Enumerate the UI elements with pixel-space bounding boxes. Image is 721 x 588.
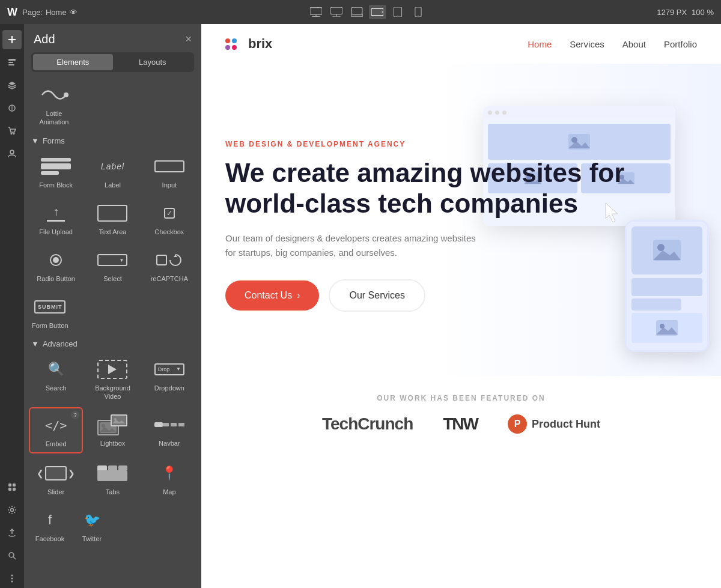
twitter-label: Twitter	[82, 535, 102, 543]
element-navbar[interactable]: Navbar	[142, 407, 196, 453]
element-radio-button[interactable]: Radio Button	[29, 243, 83, 287]
contact-us-button[interactable]: Contact Us ›	[225, 280, 319, 311]
element-recaptcha[interactable]: reCAPTCHA	[142, 243, 196, 287]
add-panel-content: Lottie Animation ▼ Forms	[24, 78, 201, 588]
device-desktop-xl[interactable]	[308, 5, 324, 19]
advanced-section-header[interactable]: ▼ Advanced	[29, 335, 196, 352]
page-label: Page:	[22, 8, 43, 17]
tnw-logo-text: TNW	[443, 414, 478, 434]
svg-point-28	[9, 553, 14, 557]
sidebar-ecommerce-btn[interactable]	[2, 121, 22, 141]
element-tabs[interactable]: Tabs	[85, 456, 139, 500]
canvas-area: brix Home Services About Portfolio WEB D…	[201, 24, 721, 588]
svg-rect-15	[8, 39, 16, 40]
nav-link-home[interactable]: Home	[528, 39, 552, 49]
element-slider[interactable]: ❮ ❯ Slider	[29, 456, 83, 500]
dropdown-icon: Drop ▼	[151, 357, 187, 381]
svg-point-27	[11, 509, 14, 512]
nav-link-about[interactable]: About	[622, 39, 646, 49]
search-el-icon: 🔍	[38, 357, 74, 381]
tab-layouts[interactable]: Layouts	[113, 54, 193, 70]
device-mobile[interactable]	[410, 5, 427, 19]
element-text-area[interactable]: Text Area	[85, 196, 139, 240]
select-icon: ▼	[94, 248, 130, 272]
element-file-upload[interactable]: ↑ File Upload	[29, 196, 83, 240]
svg-point-30	[11, 575, 13, 577]
svg-rect-10	[394, 7, 401, 17]
nav-link-services[interactable]: Services	[570, 39, 604, 49]
svg-point-13	[418, 16, 418, 16]
app-logo: W	[7, 6, 17, 19]
device-tablet[interactable]	[389, 5, 406, 19]
website-preview: brix Home Services About Portfolio WEB D…	[201, 24, 721, 588]
facebook-label: Facebook	[35, 535, 64, 543]
sidebar-menu-btn[interactable]	[2, 569, 22, 588]
device-tablet-landscape[interactable]	[369, 5, 386, 19]
sidebar-settings-btn[interactable]	[2, 500, 22, 520]
svg-point-9	[382, 11, 383, 13]
contact-us-arrow: ›	[297, 290, 300, 301]
hero-tag: WEB DESIGN & DEVELOPMENT AGENCY	[225, 140, 697, 148]
hero-section: WEB DESIGN & DEVELOPMENT AGENCY We creat…	[201, 64, 721, 376]
svg-point-33	[64, 92, 68, 97]
techcrunch-logo-text: TechCrunch	[322, 414, 413, 434]
tab-elements[interactable]: Elements	[33, 54, 113, 70]
hero-buttons: Contact Us › Our Services	[225, 279, 697, 312]
device-laptop[interactable]	[348, 5, 365, 19]
canvas-size: 1279 PX	[657, 8, 687, 17]
sidebar-apps-btn[interactable]	[2, 477, 22, 497]
element-form-button[interactable]: SUBMIT Form Button	[29, 289, 71, 334]
svg-rect-23	[8, 483, 11, 486]
element-twitter[interactable]: 🐦 Twitter	[71, 503, 113, 547]
sidebar-icons	[0, 24, 24, 588]
device-desktop[interactable]	[328, 5, 345, 19]
advanced-grid: 🔍 Search Background Video Drop	[29, 352, 196, 500]
element-dropdown[interactable]: Drop ▼ Dropdown	[142, 352, 196, 405]
element-embed[interactable]: ? </> Embed	[29, 407, 83, 453]
embed-label: Embed	[46, 440, 67, 448]
element-input[interactable]: Input	[142, 149, 196, 193]
forms-section-header[interactable]: ▼ Forms	[29, 132, 196, 149]
element-lottie-animation[interactable]: Lottie Animation	[29, 78, 79, 132]
element-checkbox[interactable]: ✓ Checkbox	[142, 196, 196, 240]
main-layout: Add × Elements Layouts Lottie Animation	[0, 24, 721, 588]
element-search[interactable]: 🔍 Search	[29, 352, 83, 405]
element-facebook[interactable]: f Facebook	[29, 503, 71, 547]
element-lightbox[interactable]: Lightbox	[85, 407, 139, 453]
site-nav-links: Home Services About Portfolio	[528, 39, 697, 49]
element-background-video[interactable]: Background Video	[85, 352, 139, 405]
topbar: W Page: Home 👁 1279 PX 100 %	[0, 0, 721, 24]
device-switcher	[308, 5, 427, 19]
social-row: f Facebook 🐦 Twitter	[29, 503, 196, 547]
lottie-animation-icon	[36, 83, 72, 107]
element-label[interactable]: Label Label	[85, 149, 139, 193]
sidebar-add-btn[interactable]	[2, 30, 22, 49]
svg-rect-17	[8, 62, 13, 63]
svg-point-31	[11, 578, 13, 580]
background-video-label: Background Video	[88, 384, 136, 401]
svg-rect-25	[8, 488, 11, 491]
forms-grid: Form Block Label Label Input	[29, 149, 196, 288]
sidebar-publish-btn[interactable]	[2, 523, 22, 542]
nav-link-portfolio[interactable]: Portfolio	[664, 39, 697, 49]
topbar-left: W Page: Home 👁	[7, 6, 78, 19]
featured-section: OUR WORK HAS BEEN FEATURED ON TechCrunch…	[201, 376, 721, 452]
page-name: Home	[46, 8, 67, 17]
featured-logo-techcrunch: TechCrunch	[322, 414, 413, 434]
add-panel-close-button[interactable]: ×	[185, 33, 192, 46]
our-services-button[interactable]: Our Services	[329, 279, 425, 312]
sidebar-cms-btn[interactable]	[2, 99, 22, 118]
element-select[interactable]: ▼ Select	[85, 243, 139, 287]
recaptcha-label: reCAPTCHA	[151, 274, 188, 283]
topbar-right: 1279 PX 100 %	[657, 8, 714, 17]
sidebar-layers-btn[interactable]	[2, 76, 22, 95]
element-form-block[interactable]: Form Block	[29, 149, 83, 193]
sidebar-search-site-btn[interactable]	[2, 546, 22, 565]
element-map[interactable]: 📍 Map	[142, 456, 196, 500]
logo-name: brix	[248, 36, 272, 52]
form-button-icon: SUBMIT	[32, 295, 68, 319]
sidebar-members-btn[interactable]	[2, 144, 22, 163]
form-block-label: Form Block	[39, 181, 73, 189]
sidebar-pages-btn[interactable]	[2, 53, 22, 72]
svg-rect-16	[8, 59, 16, 61]
